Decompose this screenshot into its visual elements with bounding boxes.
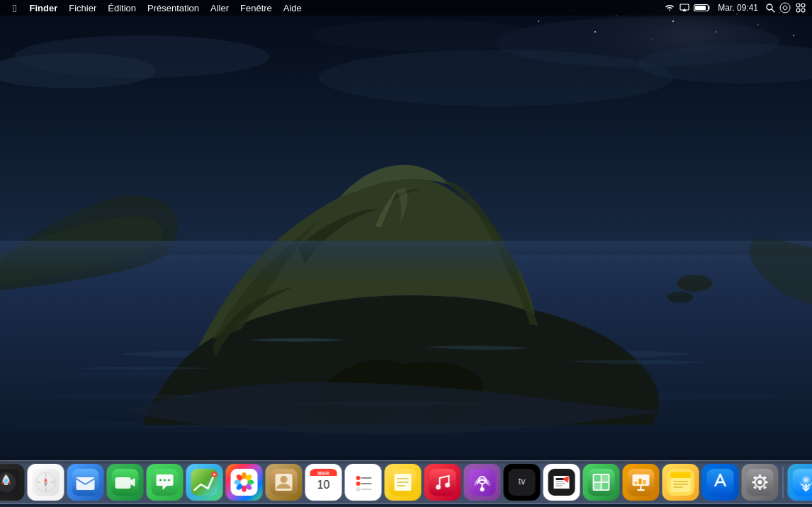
battery-icon[interactable] — [694, 4, 711, 12]
svg-point-82 — [241, 479, 248, 486]
fenetre-menu[interactable]: Fenêtre — [235, 0, 278, 16]
menubar-right: Mar. 09:41 — [664, 2, 812, 13]
svg-rect-116 — [594, 475, 601, 482]
dock-item-calendar[interactable]: MAR 10 — [305, 464, 342, 501]
svg-point-10 — [715, 31, 716, 33]
dock-item-appletv[interactable]: tv — [504, 464, 541, 501]
dock: MAR 10 — [0, 460, 812, 504]
svg-point-14 — [793, 35, 794, 36]
svg-line-33 — [772, 9, 774, 12]
svg-point-67 — [159, 479, 162, 482]
svg-point-69 — [168, 479, 170, 482]
svg-point-37 — [796, 8, 800, 12]
svg-point-19 — [651, 38, 652, 39]
svg-point-72 — [213, 474, 215, 476]
svg-point-68 — [164, 479, 166, 482]
svg-text:MAR: MAR — [318, 471, 329, 476]
svg-rect-126 — [643, 480, 646, 484]
fichier-menu[interactable]: Fichier — [63, 0, 102, 16]
search-icon[interactable] — [765, 3, 775, 13]
svg-rect-139 — [759, 487, 761, 490]
dock-item-music[interactable] — [424, 464, 461, 501]
dock-item-mail[interactable] — [67, 464, 104, 501]
svg-rect-30 — [709, 6, 710, 10]
svg-rect-119 — [602, 483, 609, 489]
dock-item-launchpad[interactable] — [0, 464, 25, 501]
svg-point-92 — [356, 476, 361, 480]
aller-menu[interactable]: Aller — [205, 0, 235, 16]
svg-rect-62 — [77, 477, 95, 490]
svg-point-137 — [758, 480, 762, 484]
svg-point-6 — [312, 20, 538, 51]
svg-rect-103 — [429, 469, 456, 496]
dock-item-appstore[interactable] — [702, 464, 739, 501]
svg-rect-27 — [0, 241, 812, 283]
dock-item-keynote[interactable] — [623, 464, 660, 501]
dock-item-notes[interactable] — [385, 464, 422, 501]
dock-item-news[interactable] — [543, 464, 580, 501]
dock-item-messages[interactable] — [147, 464, 184, 501]
edition-menu[interactable]: Édition — [102, 0, 142, 16]
svg-point-26 — [667, 292, 693, 303]
wifi-icon[interactable] — [664, 4, 675, 12]
svg-point-50 — [4, 479, 8, 483]
finder-menu[interactable]: Finder — [23, 0, 63, 16]
svg-rect-106 — [469, 469, 496, 496]
svg-point-85 — [281, 476, 288, 483]
dock-item-maps[interactable] — [186, 464, 223, 501]
dock-item-airdrop[interactable] — [788, 464, 813, 501]
siri-icon[interactable] — [779, 2, 791, 13]
svg-point-104 — [436, 485, 441, 490]
svg-point-36 — [801, 4, 805, 7]
svg-text:tv: tv — [519, 477, 525, 486]
dock-container: MAR 10 — [0, 460, 812, 504]
svg-point-148 — [804, 478, 808, 482]
svg-rect-118 — [594, 483, 601, 489]
svg-text:10: 10 — [317, 479, 330, 491]
svg-rect-91 — [350, 469, 377, 496]
dock-item-reminders[interactable] — [345, 464, 382, 501]
svg-rect-31 — [695, 6, 706, 10]
aide-menu[interactable]: Aide — [278, 0, 308, 16]
svg-point-8 — [672, 21, 674, 22]
svg-point-35 — [796, 4, 800, 7]
svg-rect-140 — [752, 482, 755, 484]
svg-point-105 — [445, 483, 450, 488]
svg-rect-124 — [635, 482, 638, 484]
svg-point-96 — [356, 487, 361, 491]
svg-rect-52 — [33, 469, 60, 496]
menu-clock: Mar. 09:41 — [715, 3, 761, 13]
desktop — [0, 0, 812, 507]
dock-item-stickies[interactable] — [662, 464, 699, 501]
svg-point-7 — [319, 50, 673, 106]
svg-rect-51 — [4, 483, 9, 485]
svg-rect-129 — [671, 472, 691, 478]
svg-point-18 — [538, 21, 539, 22]
dock-item-contacts[interactable] — [266, 464, 303, 501]
dock-item-facetime[interactable] — [107, 464, 144, 501]
control-center-icon[interactable] — [795, 2, 806, 13]
svg-rect-64 — [115, 477, 131, 489]
dock-item-podcasts[interactable] — [464, 464, 501, 501]
svg-rect-125 — [639, 479, 642, 484]
svg-point-12 — [757, 24, 758, 25]
svg-rect-117 — [602, 475, 609, 482]
dock-item-numbers[interactable] — [583, 464, 620, 501]
dock-item-safari[interactable] — [28, 464, 64, 501]
svg-rect-138 — [759, 474, 761, 477]
dock-item-systemprefs[interactable] — [742, 464, 779, 501]
apple-menu[interactable]:  — [6, 0, 23, 16]
svg-point-38 — [801, 8, 805, 12]
svg-rect-141 — [765, 482, 768, 484]
airplay-icon[interactable] — [680, 4, 689, 12]
dock-item-photos[interactable] — [226, 464, 263, 501]
svg-point-109 — [480, 487, 485, 491]
menubar-left:  Finder Fichier Édition Présentation Al… — [0, 0, 308, 16]
menubar:  Finder Fichier Édition Présentation Al… — [0, 0, 812, 16]
svg-point-94 — [356, 482, 361, 486]
dock-separator — [783, 467, 784, 498]
svg-point-34 — [780, 3, 790, 13]
presentation-menu[interactable]: Présentation — [142, 0, 205, 16]
svg-point-16 — [594, 31, 596, 33]
